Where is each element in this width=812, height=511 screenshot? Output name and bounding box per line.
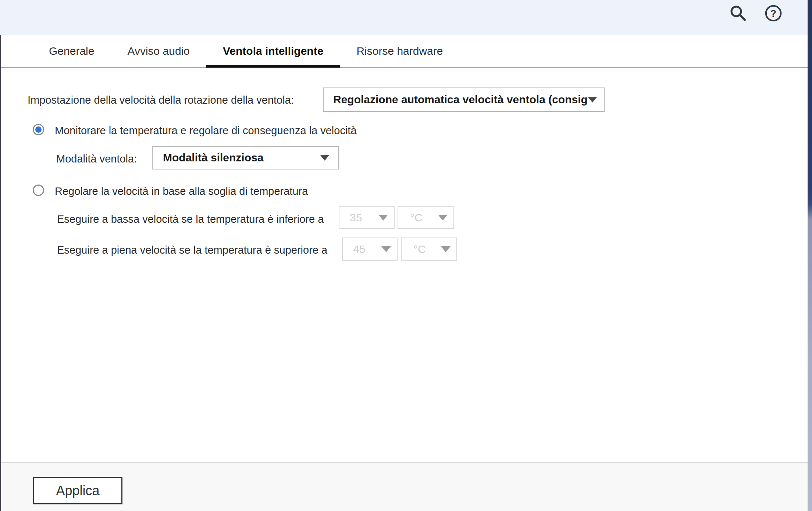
low-speed-threshold-label: Eseguire a bassa velocità se la temperat… bbox=[57, 213, 324, 225]
svg-text:?: ? bbox=[770, 8, 776, 19]
apply-button[interactable]: Applica bbox=[33, 477, 122, 504]
radio-temperature-threshold-label: Regolare la velocità in base alla soglia… bbox=[55, 185, 308, 197]
settings-window: ? Generale Avviso audio Ventola intellig… bbox=[0, 0, 812, 511]
chevron-down-icon bbox=[438, 215, 448, 221]
chevron-down-icon bbox=[378, 215, 388, 221]
help-icon[interactable]: ? bbox=[764, 4, 783, 23]
tab-bar: Generale Avviso audio Ventola intelligen… bbox=[1, 35, 808, 68]
radio-monitor-temperature-label: Monitorare la temperatura e regolare di … bbox=[55, 125, 357, 137]
desktop-wallpaper-edge bbox=[808, 0, 812, 511]
high-temp-unit-select[interactable]: °C bbox=[401, 237, 457, 261]
fan-speed-setting-label: Impostazione della velocità della rotazi… bbox=[28, 94, 294, 106]
low-temp-unit-value: °C bbox=[410, 211, 438, 224]
radio-monitor-temperature[interactable] bbox=[33, 124, 44, 135]
high-temp-value: 45 bbox=[353, 243, 381, 256]
fan-mode-selected-value: Modalità silenziosa bbox=[163, 151, 320, 164]
fan-speed-selected-value: Regolazione automatica velocità ventola … bbox=[333, 93, 588, 106]
chevron-down-icon bbox=[588, 97, 597, 103]
chevron-down-icon bbox=[381, 246, 391, 252]
fan-mode-label: Modalità ventola: bbox=[56, 153, 137, 165]
tab-risorse-hardware[interactable]: Risorse hardware bbox=[340, 35, 459, 67]
low-temp-value: 35 bbox=[350, 211, 378, 224]
chevron-down-icon bbox=[320, 155, 330, 161]
full-speed-threshold-label: Eseguire a piena velocità se la temperat… bbox=[57, 244, 327, 256]
footer-bar: Applica bbox=[1, 462, 808, 511]
low-temp-select[interactable]: 35 bbox=[339, 206, 395, 229]
top-toolbar: ? bbox=[0, 0, 812, 35]
radio-temperature-threshold[interactable] bbox=[33, 185, 44, 196]
tab-ventola-intelligente[interactable]: Ventola intelligente bbox=[206, 35, 340, 67]
fan-speed-select[interactable]: Regolazione automatica velocità ventola … bbox=[323, 87, 605, 112]
low-temp-unit-select[interactable]: °C bbox=[398, 206, 454, 229]
high-temp-select[interactable]: 45 bbox=[342, 237, 398, 261]
fan-mode-select[interactable]: Modalità silenziosa bbox=[152, 146, 339, 169]
high-temp-unit-value: °C bbox=[413, 243, 441, 256]
tab-avviso-audio[interactable]: Avviso audio bbox=[111, 35, 206, 67]
toolbar-icon-group: ? bbox=[729, 4, 783, 23]
search-icon[interactable] bbox=[729, 4, 747, 23]
tab-generale[interactable]: Generale bbox=[32, 35, 111, 67]
tab-panel-ventola: Impostazione della velocità della rotazi… bbox=[1, 68, 808, 462]
chevron-down-icon bbox=[441, 246, 450, 252]
